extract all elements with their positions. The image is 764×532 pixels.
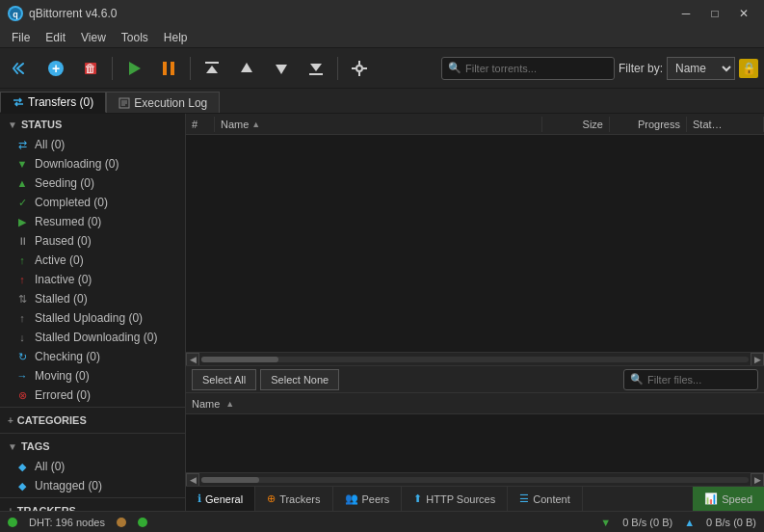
options-button[interactable] bbox=[344, 53, 375, 84]
file-hscroll-right-arrow[interactable]: ▶ bbox=[751, 473, 764, 487]
torrent-hscrollbar[interactable]: ◀ ▶ bbox=[186, 352, 764, 365]
queue-up-button[interactable] bbox=[231, 53, 262, 84]
sidebar: ▼ STATUS ⇄ All (0) ▼ Downloading (0) ▲ S… bbox=[0, 114, 186, 511]
resumed-icon: ▶ bbox=[15, 216, 29, 228]
paused-icon: ⏸ bbox=[15, 235, 29, 247]
sidebar-item-untagged[interactable]: ◆ Untagged (0) bbox=[0, 476, 185, 495]
sidebar-item-tags-all[interactable]: ◆ All (0) bbox=[0, 457, 185, 476]
col-progress[interactable]: Progress bbox=[610, 117, 687, 132]
bottom-tab-general[interactable]: ℹ General bbox=[186, 487, 255, 511]
sidebar-status-header[interactable]: ▼ STATUS bbox=[0, 114, 185, 135]
bottom-tab-http-sources[interactable]: ⬆ HTTP Sources bbox=[402, 487, 508, 511]
menu-bar: File Edit View Tools Help bbox=[0, 27, 764, 48]
menu-help[interactable]: Help bbox=[156, 29, 196, 46]
queue-bottom-button[interactable] bbox=[301, 53, 331, 84]
minimize-button[interactable]: ─ bbox=[673, 5, 698, 22]
close-button[interactable]: ✕ bbox=[731, 5, 756, 22]
select-all-button[interactable]: Select All bbox=[192, 369, 256, 390]
tab-transfers[interactable]: Transfers (0) bbox=[0, 92, 106, 113]
file-col-name[interactable]: Name ▲ bbox=[186, 396, 764, 412]
menu-tools[interactable]: Tools bbox=[114, 29, 156, 46]
sidebar-item-seeding[interactable]: ▲ Seeding (0) bbox=[0, 173, 185, 193]
network-indicator bbox=[138, 518, 147, 527]
sidebar-item-active[interactable]: ↑ Active (0) bbox=[0, 251, 185, 270]
sort-icon: ▲ bbox=[251, 120, 260, 129]
delete-button[interactable]: 🗑 bbox=[75, 53, 106, 84]
sidebar-trackers-header[interactable]: + TRACKERS bbox=[0, 500, 185, 511]
torrent-table-header: # Name ▲ Size Progress Stat… bbox=[186, 114, 764, 135]
svg-rect-7 bbox=[163, 62, 167, 75]
file-search-icon: 🔍 bbox=[630, 373, 644, 386]
bottom-tab-peers[interactable]: 👥 Peers bbox=[333, 487, 403, 511]
col-status[interactable]: Stat… bbox=[687, 117, 764, 132]
bottom-tab-trackers[interactable]: ⊕ Trackers bbox=[255, 487, 332, 511]
col-size[interactable]: Size bbox=[542, 117, 610, 132]
bottom-tab-speed[interactable]: 📊 Speed bbox=[693, 487, 764, 511]
file-body bbox=[186, 414, 764, 472]
filter-torrents-input[interactable] bbox=[465, 63, 591, 74]
sidebar-item-completed[interactable]: ✓ Completed (0) bbox=[0, 193, 185, 212]
maximize-button[interactable]: □ bbox=[702, 5, 727, 22]
menu-edit[interactable]: Edit bbox=[38, 29, 73, 46]
sidebar-item-checking-label: Checking (0) bbox=[35, 350, 100, 363]
file-filter-input[interactable] bbox=[647, 374, 744, 386]
sidebar-item-moving-label: Moving (0) bbox=[35, 369, 90, 383]
sidebar-item-stalled-downloading[interactable]: ↓ Stalled Downloading (0) bbox=[0, 328, 185, 347]
active-icon: ↑ bbox=[15, 254, 29, 266]
resume-button[interactable] bbox=[119, 53, 149, 84]
svg-text:q: q bbox=[13, 10, 18, 19]
hscroll-right-arrow[interactable]: ▶ bbox=[751, 353, 764, 366]
queue-top-button[interactable] bbox=[197, 53, 227, 84]
download-icon: ▼ bbox=[600, 517, 611, 528]
queue-down-button[interactable] bbox=[266, 53, 297, 84]
upload-icon: ▲ bbox=[684, 517, 695, 528]
moving-icon: → bbox=[15, 370, 29, 382]
hscroll-left-arrow[interactable]: ◀ bbox=[186, 353, 199, 366]
sidebar-item-resumed[interactable]: ▶ Resumed (0) bbox=[0, 212, 185, 231]
checking-icon: ↻ bbox=[15, 351, 29, 363]
sidebar-item-downloading[interactable]: ▼ Downloading (0) bbox=[0, 154, 185, 173]
col-name[interactable]: Name ▲ bbox=[215, 117, 542, 132]
sidebar-item-stalled-uploading[interactable]: ↑ Stalled Uploading (0) bbox=[0, 308, 185, 328]
sidebar-item-moving[interactable]: → Moving (0) bbox=[0, 366, 185, 386]
stalled-uploading-icon: ↑ bbox=[15, 312, 29, 324]
sidebar-item-all-label: All (0) bbox=[35, 138, 65, 151]
back-button[interactable] bbox=[6, 53, 37, 84]
sidebar-categories-header[interactable]: + CATEGORIES bbox=[0, 410, 185, 431]
tab-execution-log[interactable]: Execution Log bbox=[106, 92, 220, 113]
status-toggle-icon: ▼ bbox=[8, 120, 17, 130]
add-torrent-button[interactable]: + bbox=[40, 53, 71, 84]
sidebar-item-inactive[interactable]: ↑ Inactive (0) bbox=[0, 270, 185, 289]
svg-marker-14 bbox=[310, 64, 322, 71]
bottom-tab-peers-label: Peers bbox=[362, 493, 390, 505]
torrent-table: # Name ▲ Size Progress Stat… bbox=[186, 114, 764, 352]
sidebar-item-tags-all-label: All (0) bbox=[35, 460, 65, 473]
sidebar-status-label: STATUS bbox=[21, 119, 62, 130]
bottom-tab-general-label: General bbox=[205, 493, 243, 505]
file-hscroll-track bbox=[201, 477, 749, 483]
file-hscroll-left-arrow[interactable]: ◀ bbox=[186, 473, 199, 487]
trackers-icon: ⊕ bbox=[267, 492, 276, 505]
sidebar-item-stalled[interactable]: ⇅ Stalled (0) bbox=[0, 289, 185, 308]
sidebar-item-errored[interactable]: ⊗ Errored (0) bbox=[0, 386, 185, 405]
sidebar-item-paused[interactable]: ⏸ Paused (0) bbox=[0, 231, 185, 251]
pause-button[interactable] bbox=[153, 53, 184, 84]
lock-icon[interactable]: 🔒 bbox=[739, 59, 758, 78]
bottom-tab-content[interactable]: ☰ Content bbox=[508, 487, 583, 511]
menu-view[interactable]: View bbox=[73, 29, 114, 46]
sidebar-item-checking[interactable]: ↻ Checking (0) bbox=[0, 347, 185, 366]
untagged-icon: ◆ bbox=[15, 480, 29, 492]
torrent-body bbox=[186, 135, 764, 308]
svg-point-15 bbox=[356, 66, 362, 71]
select-none-button[interactable]: Select None bbox=[260, 369, 339, 390]
general-icon: ℹ bbox=[198, 492, 201, 505]
filter-by-select[interactable]: Name Hash Tracker bbox=[667, 57, 735, 80]
menu-file[interactable]: File bbox=[4, 29, 38, 46]
sidebar-item-all[interactable]: ⇄ All (0) bbox=[0, 135, 185, 154]
sidebar-tags-header[interactable]: ▼ TAGS bbox=[0, 436, 185, 457]
file-hscrollbar[interactable]: ◀ ▶ bbox=[186, 472, 764, 486]
file-panel: Select All Select None 🔍 Name ▲ ◀ bbox=[186, 365, 764, 486]
search-icon: 🔍 bbox=[448, 62, 461, 74]
file-filter-box: 🔍 bbox=[623, 369, 758, 390]
filter-by-group: Filter by: Name Hash Tracker bbox=[619, 57, 735, 80]
